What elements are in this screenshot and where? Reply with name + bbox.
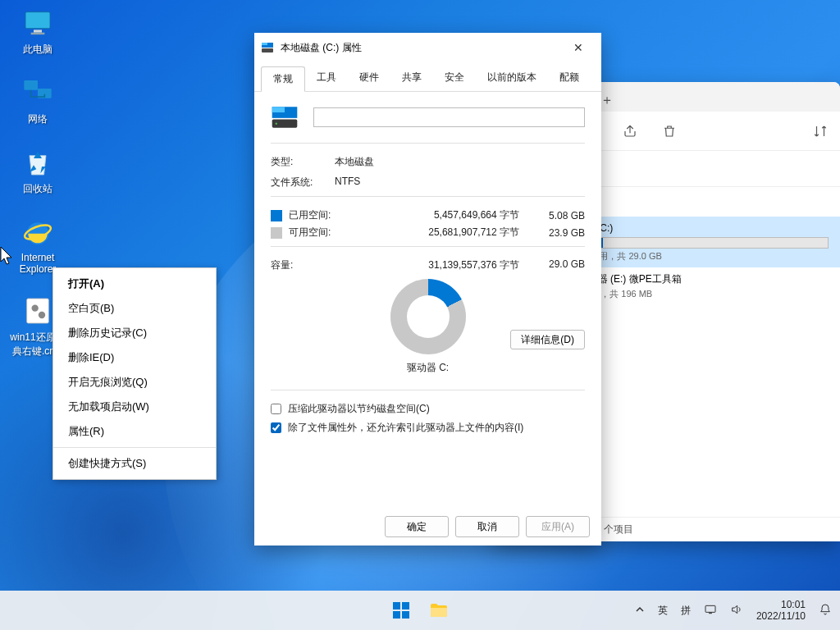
ok-button[interactable]: 确定 [385,516,449,537]
tray-date: 2022/11/10 [756,610,806,622]
cmd-file-icon [21,294,54,327]
recycle-bin-icon [21,146,54,179]
tray-clock[interactable]: 10:01 2022/11/10 [756,599,806,623]
svg-rect-11 [262,48,273,52]
index-checkbox[interactable] [271,422,281,433]
desktop-icon-network[interactable]: 网络 [10,76,66,126]
menu-create-shortcut[interactable]: 创建快捷方式(S) [53,451,216,476]
desktop-icon-this-pc[interactable]: 此电脑 [10,7,66,57]
svg-rect-2 [34,30,42,32]
volume-tray-icon[interactable] [730,603,743,619]
details-button[interactable]: 详细信息(D) [510,330,585,349]
tray-time: 10:01 [756,599,806,610]
desktop-icon-label: 网络 [28,112,48,126]
svg-rect-38 [705,605,715,612]
menu-blank-page[interactable]: 空白页(B) [53,296,216,321]
drive-properties-dialog: 本地磁盘 (C:) 属性 ✕ 常规 工具 硬件 共享 安全 以前的版本 配额 类… [254,33,601,546]
menu-clear-history[interactable]: 删除历史记录(C) [53,321,216,345]
svg-rect-17 [272,107,285,112]
fs-label: 文件系统: [271,176,335,189]
svg-point-9 [32,305,39,312]
menu-separator [53,447,216,448]
dialog-button-row: 确定 取消 应用(A) [254,508,601,546]
desktop-icon-ie[interactable]: Internet Explorer [10,216,66,275]
pc-icon [21,7,54,39]
desktop-icon-recycle-bin[interactable]: 回收站 [10,146,66,196]
menu-properties[interactable]: 属性(R) [53,419,216,444]
capacity-hr: 29.0 GB [539,258,585,272]
dialog-body: 类型:本地磁盘 文件系统:NTFS 已用空间: 5,457,649,664 字节… [254,92,601,508]
svg-rect-13 [262,43,267,45]
desktop-icon-label: 回收站 [23,182,52,196]
menu-inprivate[interactable]: 开启无痕浏览(Q) [53,370,216,395]
ie-context-menu: 打开(A) 空白页(B) 删除历史记录(C) 删除IE(D) 开启无痕浏览(Q)… [52,267,217,480]
svg-rect-35 [402,602,409,609]
cancel-button[interactable]: 取消 [455,516,519,537]
svg-rect-0 [25,12,50,29]
free-bytes: 25,681,907,712 字节 [353,226,539,240]
compress-checkbox-row[interactable]: 压缩此驱动器以节约磁盘空间(C) [271,402,585,416]
menu-no-addons[interactable]: 无加载项启动(W) [53,395,216,419]
svg-rect-8 [27,299,49,323]
tab-tools[interactable]: 工具 [305,66,348,91]
network-icon [21,76,54,109]
notifications-tray-icon[interactable] [819,603,832,619]
delete-icon[interactable] [661,123,678,139]
drive-letter-label: 驱动器 C: [407,361,449,375]
compress-checkbox[interactable] [271,404,281,414]
usage-pie-chart [390,279,466,354]
type-label: 类型: [271,155,335,169]
index-checkbox-row[interactable]: 除了文件属性外，还允许索引此驱动器上文件的内容(I) [271,421,585,435]
svg-rect-34 [393,602,400,609]
drive-icon [261,41,274,54]
dialog-close-button[interactable]: ✕ [562,35,595,60]
type-value: 本地磁盘 [335,155,374,169]
tray-overflow-icon[interactable] [635,605,645,617]
tab-security[interactable]: 安全 [433,66,476,91]
share-icon[interactable] [622,123,638,139]
dialog-titlebar[interactable]: 本地磁盘 (C:) 属性 ✕ [254,33,601,62]
tab-previous[interactable]: 以前的版本 [476,66,548,91]
svg-rect-4 [24,80,38,90]
index-label: 除了文件属性外，还允许索引此驱动器上文件的内容(I) [288,421,523,435]
tab-sharing[interactable]: 共享 [390,66,433,91]
ime-lang[interactable]: 英 [658,604,668,618]
drive-name-input[interactable] [313,107,585,127]
tab-hardware[interactable]: 硬件 [348,66,390,91]
used-swatch [271,210,282,221]
taskbar-explorer-button[interactable] [422,594,455,627]
apply-button[interactable]: 应用(A) [526,516,590,537]
menu-delete-ie[interactable]: 删除IE(D) [53,345,216,370]
dialog-title-text: 本地磁盘 (C:) 属性 [281,41,362,55]
svg-rect-36 [393,611,400,619]
ie-icon [21,216,54,249]
taskbar: 英 拼 10:01 2022/11/10 [0,591,840,630]
used-bytes: 5,457,649,664 字节 [353,208,539,222]
svg-point-10 [39,312,45,318]
cursor-arrow-icon [0,246,15,266]
fs-value: NTFS [335,176,360,189]
free-hr: 23.9 GB [539,227,585,239]
start-button[interactable] [385,594,418,627]
capacity-label: 容量: [271,258,335,272]
svg-point-15 [276,122,278,125]
sort-icon[interactable] [812,123,829,139]
system-tray: 英 拼 10:01 2022/11/10 [635,599,840,623]
free-label: 可用空间: [289,226,353,240]
used-label: 已用空间: [289,208,353,222]
drive-large-icon [271,105,299,130]
compress-label: 压缩此驱动器以节约磁盘空间(C) [288,402,430,416]
free-swatch [271,227,282,239]
tab-general[interactable]: 常规 [261,66,305,92]
network-tray-icon[interactable] [704,603,717,619]
ime-mode[interactable]: 拼 [681,604,691,618]
used-hr: 5.08 GB [539,210,585,221]
menu-open[interactable]: 打开(A) [53,272,216,296]
dialog-tabs: 常规 工具 硬件 共享 安全 以前的版本 配额 [254,62,601,92]
desktop-icon-label: 此电脑 [23,43,52,57]
svg-rect-3 [31,33,45,35]
tab-quota[interactable]: 配额 [548,66,591,91]
capacity-bytes: 31,139,557,376 字节 [335,258,539,272]
svg-rect-37 [402,611,409,619]
